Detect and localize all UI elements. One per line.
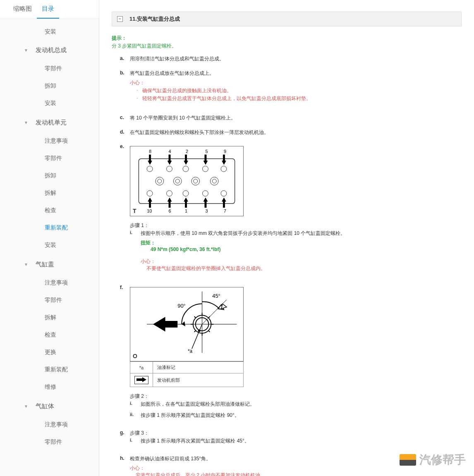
substep-num: i. <box>130 230 141 237</box>
caution-text: 安装气缸盖分总成后，至少 2 小时内不要加注发动机机油。 <box>136 472 462 476</box>
collapse-icon[interactable]: − <box>117 16 123 22</box>
svg-line-47 <box>194 316 196 318</box>
torque-value: 49 N*m (500 kgf*cm, 36 ft.*lbf) <box>151 246 462 252</box>
caret-down-icon: ▼ <box>24 262 28 267</box>
substep-label: 步骤 3： <box>130 430 462 437</box>
tab-toc[interactable]: 目录 <box>37 0 59 19</box>
svg-marker-57 <box>153 317 177 332</box>
watermark-text: 汽修帮手 <box>419 452 466 468</box>
svg-text:3: 3 <box>205 208 208 213</box>
step-letter: f. <box>120 285 130 421</box>
nav-item[interactable]: 安装 <box>0 95 99 112</box>
step-c: c. 将 10 个平垫圈安装到 10 个气缸盖固定螺栓上。 <box>120 115 462 122</box>
step-b: b. 将气缸盖分总成放在气缸体分总成上。 小心： 确保气缸盖分总成的接触面上没有… <box>120 70 462 102</box>
hint-text: 分 3 步紧固气缸盖固定螺栓。 <box>112 43 462 50</box>
svg-point-25 <box>158 179 162 183</box>
nav-item[interactable]: 注意事项 <box>0 416 99 433</box>
nav-item[interactable]: 维修 <box>0 378 99 396</box>
nav-item-install-top[interactable]: 安装 <box>0 23 99 41</box>
legend-symbol: *a <box>130 362 153 373</box>
nav-item[interactable]: 零部件 <box>0 60 99 77</box>
step-a: a. 用溶剂清洁气缸体分总成和气缸盖分总成。 <box>120 55 462 62</box>
svg-point-14 <box>203 166 208 172</box>
diagram-angle: 90° 45° *a O <box>130 287 244 361</box>
svg-text:90°: 90° <box>177 303 185 309</box>
step-letter: h. <box>120 455 130 476</box>
svg-text:45°: 45° <box>212 293 220 299</box>
svg-line-50 <box>208 330 210 332</box>
nav-item[interactable]: 拆解 <box>0 184 99 202</box>
svg-point-28 <box>212 179 216 183</box>
nav-group-engine-assembly[interactable]: ▼ 发动机总成 <box>0 41 99 60</box>
svg-text:*a: *a <box>188 348 193 354</box>
substep-label: 步骤 2： <box>130 393 462 400</box>
table-row: 发动机前部 <box>130 373 244 387</box>
svg-marker-8 <box>184 155 188 165</box>
svg-point-16 <box>147 191 153 196</box>
substep-text: 按步骤 1 所示顺序再次紧固气缸盖固定螺栓 45°。 <box>141 438 462 445</box>
sidebar-tabs: 缩略图 目录 <box>0 0 99 19</box>
legend-text: 发动机前部 <box>153 373 244 387</box>
nav-item[interactable]: 零部件 <box>0 292 99 309</box>
nav-item[interactable]: 拆卸 <box>0 167 99 184</box>
nav-item[interactable]: 零部件 <box>0 433 99 451</box>
svg-text:4: 4 <box>169 149 171 154</box>
nav-item[interactable]: 拆解 <box>0 309 99 326</box>
svg-point-22 <box>173 177 182 185</box>
svg-point-19 <box>203 191 208 196</box>
svg-point-21 <box>156 177 164 185</box>
nav-group-label: 气缸体 <box>36 402 54 410</box>
step-letter: d. <box>120 129 130 136</box>
svg-marker-30 <box>168 198 172 208</box>
svg-marker-6 <box>148 155 152 165</box>
svg-marker-10 <box>222 155 226 165</box>
nav-group-label: 气缸盖 <box>36 261 54 268</box>
svg-text:6: 6 <box>169 208 171 213</box>
tab-thumbnail[interactable]: 缩略图 <box>8 0 37 19</box>
nav-item[interactable]: 检查 <box>0 326 99 344</box>
svg-point-24 <box>210 177 218 185</box>
nav-item[interactable]: 注意事项 <box>0 274 99 292</box>
nav-item[interactable]: 零部件 <box>0 150 99 167</box>
nav-item[interactable]: 拆卸 <box>0 77 99 95</box>
step-text: 将气缸盖分总成放在气缸体分总成上。 <box>130 70 462 77</box>
nav-item[interactable]: 重新装配 <box>0 361 99 378</box>
step-letter: g. <box>120 430 130 447</box>
svg-marker-61 <box>136 377 146 382</box>
svg-rect-0 <box>139 159 235 204</box>
content-area: − 11.安装气缸盖分总成 提示： 分 3 步紧固气缸盖固定螺栓。 a. 用溶剂… <box>99 0 474 476</box>
substep-num: ii. <box>130 412 141 419</box>
svg-marker-56 <box>221 304 227 309</box>
caret-down-icon: ▼ <box>24 404 28 409</box>
nav-item[interactable]: 安装 <box>0 237 99 254</box>
nav-item-active[interactable]: 重新装配 <box>0 219 99 237</box>
watermark: 汽修帮手 <box>400 452 466 468</box>
step-text: 在气缸盖固定螺栓的螺纹和螺栓头下部涂抹一薄层发动机机油。 <box>130 129 462 136</box>
svg-point-12 <box>167 166 172 172</box>
svg-point-13 <box>183 166 189 172</box>
nav-item[interactable]: 检查 <box>0 202 99 219</box>
caret-down-icon: ▼ <box>24 120 28 125</box>
svg-text:10: 10 <box>147 208 152 213</box>
nav-item[interactable]: 更换 <box>0 344 99 361</box>
svg-text:5: 5 <box>205 149 208 154</box>
nav-item[interactable]: 注意事项 <box>0 132 99 150</box>
nav-group-engine-unit[interactable]: ▼ 发动机单元 <box>0 113 99 132</box>
nav-tree: 安装 ▼ 发动机总成 零部件 拆卸 安装 ▼ 发动机单元 注意事项 零部件 拆 <box>0 19 99 456</box>
caution-label: 小心： <box>130 79 462 86</box>
svg-marker-32 <box>203 198 208 208</box>
caution-item: 轻轻将气缸盖分总成置于气缸体分总成上，以免气缸盖分总成底部损坏衬垫。 <box>142 95 462 102</box>
svg-text:8: 8 <box>149 149 151 154</box>
nav-group-cylinder-head[interactable]: ▼ 气缸盖 <box>0 255 99 274</box>
substep-text: 按图中所示顺序，使用 10 mm 双六角套筒扳手分步安装并均匀地紧固 10 个气… <box>141 230 462 237</box>
substep-num: i. <box>130 438 141 445</box>
svg-line-51 <box>202 300 227 324</box>
svg-point-27 <box>194 179 198 183</box>
caution-label: 小心： <box>141 258 462 265</box>
nav-group-cylinder-block[interactable]: ▼ 气缸体 <box>0 397 99 416</box>
step-e: e. 8 4 2 5 9 <box>120 144 462 272</box>
section-header[interactable]: − 11.安装气缸盖分总成 <box>112 12 462 26</box>
substep-num: i. <box>130 401 141 408</box>
svg-marker-29 <box>148 198 152 208</box>
diagram-corner-label: O <box>133 353 137 359</box>
